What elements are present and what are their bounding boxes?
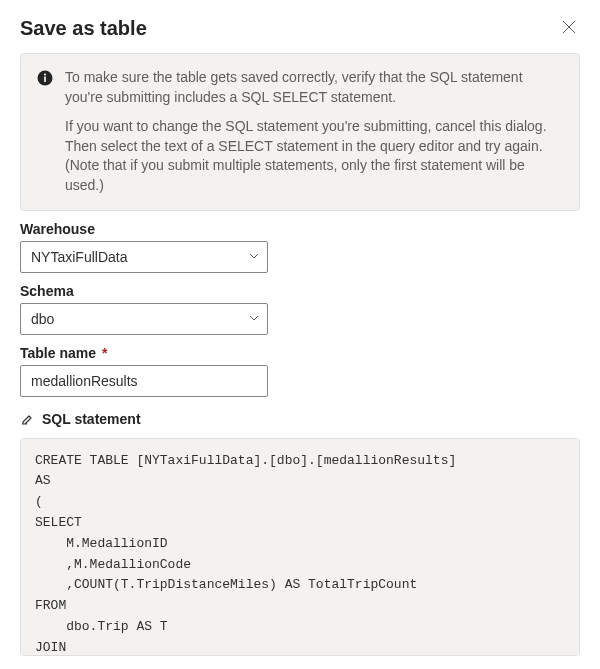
svg-rect-1 — [44, 77, 46, 83]
svg-point-2 — [44, 74, 46, 76]
schema-select[interactable] — [20, 303, 268, 335]
schema-field: Schema — [20, 283, 580, 335]
sql-statement-label: SQL statement — [42, 411, 141, 427]
dialog-title: Save as table — [20, 17, 147, 40]
sql-code-box[interactable]: CREATE TABLE [NYTaxiFullData].[dbo].[med… — [20, 438, 580, 656]
info-icon — [37, 70, 53, 86]
info-banner: To make sure the table gets saved correc… — [20, 53, 580, 211]
close-button[interactable] — [558, 16, 580, 41]
warehouse-field: Warehouse — [20, 221, 580, 273]
table-name-label: Table name * — [20, 345, 580, 361]
sql-statement-header[interactable]: SQL statement — [20, 411, 580, 428]
table-name-label-text: Table name — [20, 345, 96, 361]
close-icon — [562, 20, 576, 37]
save-as-table-dialog: Save as table To make sure the table get… — [0, 0, 600, 669]
eraser-icon — [20, 411, 34, 428]
info-text-p1: To make sure the table gets saved correc… — [65, 68, 563, 107]
table-name-field: Table name * — [20, 345, 580, 397]
warehouse-label: Warehouse — [20, 221, 580, 237]
warehouse-select[interactable] — [20, 241, 268, 273]
required-asterisk: * — [102, 345, 107, 361]
info-text-p2: If you want to change the SQL statement … — [65, 117, 563, 195]
schema-label: Schema — [20, 283, 580, 299]
table-name-input[interactable] — [20, 365, 268, 397]
dialog-header: Save as table — [20, 16, 580, 41]
info-text: To make sure the table gets saved correc… — [65, 68, 563, 196]
